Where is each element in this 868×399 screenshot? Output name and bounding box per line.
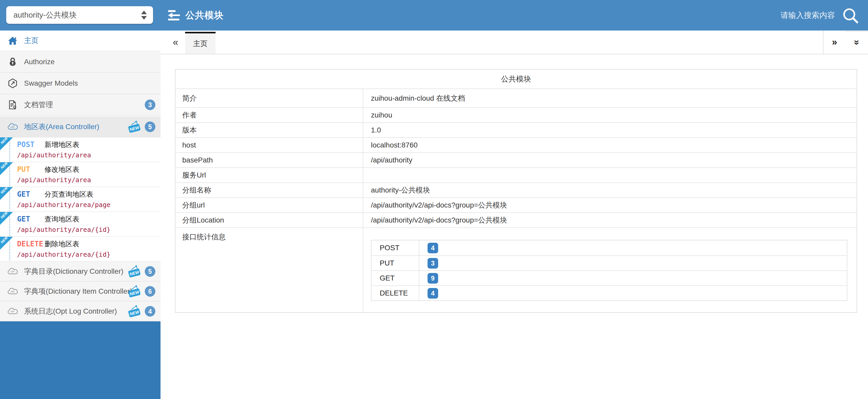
table-row: 服务Url [176, 167, 857, 182]
table-row: 版本 1.0 [176, 122, 857, 137]
table-title: 公共模块 [176, 69, 857, 88]
stat-count-badge: 4 [428, 243, 438, 253]
group-select-value: authority-公共模块 [13, 10, 141, 21]
stat-method: GET [371, 271, 419, 285]
endpoint-title: 修改地区表 [44, 165, 80, 174]
endpoint-put-update-area[interactable]: NEW PUT 修改地区表 /api/authority/area [0, 162, 160, 187]
new-tag-icon: NEW [127, 120, 142, 133]
sidebar: 主页 Authorize Swagger Models [0, 31, 160, 399]
controller-label: 地区表(Area Controller) [24, 122, 99, 132]
svg-text:API: API [10, 310, 14, 313]
app-header: authority-公共模块 公共模块 [0, 0, 868, 31]
stat-method: PUT [371, 256, 419, 270]
method-label: GET [17, 190, 44, 198]
cloud-api-icon: API [7, 306, 18, 316]
endpoint-list: NEW POST 新增地区表 /api/authority/area NEW P… [0, 137, 160, 262]
app-title: 公共模块 [185, 9, 224, 22]
tab-home[interactable]: 主页 [185, 32, 216, 54]
sidebar-item-label: Swagger Models [24, 79, 78, 87]
sidebar-controller-opt-log[interactable]: API 系统日志(Opt Log Controller) NEW 4 [0, 302, 160, 321]
table-row: 分组Location /api/authority/v2/api-docs?gr… [176, 212, 857, 227]
sidebar-controller-area[interactable]: API 地区表(Area Controller) NEW 5 [0, 116, 160, 137]
row-value: authority-公共模块 [363, 183, 857, 197]
row-value: /api/authority/v2/api-docs?group=公共模块 [363, 198, 857, 212]
endpoint-title: 查询地区表 [44, 215, 80, 224]
sidebar-filler [0, 321, 160, 399]
sidebar-item-home[interactable]: 主页 [0, 31, 160, 51]
brand: 公共模块 [167, 0, 224, 31]
search-area [726, 0, 859, 31]
table-row: 分组url /api/authority/v2/api-docs?group=公… [176, 197, 857, 212]
table-row: basePath /api/authority [176, 152, 857, 167]
new-ribbon-icon: NEW [0, 137, 13, 150]
stat-row-post: POST 4 [371, 240, 847, 255]
endpoint-get-area-by-id[interactable]: NEW GET 查询地区表 /api/authority/area/{id} [0, 212, 160, 237]
stat-count-badge: 9 [428, 273, 438, 284]
group-info-table: 公共模块 简介 zuihou-admin-cloud 在线文档 作者 zuiho… [175, 69, 857, 313]
count-badge: 5 [145, 122, 155, 132]
table-row: host localhost:8760 [176, 137, 857, 152]
expand-right-icon[interactable]: » [823, 31, 845, 54]
row-value: zuihou-admin-cloud 在线文档 [363, 89, 857, 107]
method-label: GET [17, 215, 44, 223]
cloud-api-icon: API [7, 122, 18, 132]
table-row: 作者 zuihou [176, 107, 857, 122]
endpoint-delete-area[interactable]: NEW DELETE 删除地区表 /api/authority/area/{id… [0, 237, 160, 262]
table-row: 分组名称 authority-公共模块 [176, 182, 857, 197]
endpoint-post-add-area[interactable]: NEW POST 新增地区表 /api/authority/area [0, 137, 160, 162]
count-badge: 3 [145, 99, 155, 110]
new-tag-icon: NEW [127, 285, 142, 298]
count-badge: 5 [145, 266, 155, 277]
sidebar-item-swagger-models[interactable]: Swagger Models [0, 73, 160, 94]
row-label: 服务Url [176, 168, 363, 182]
row-label: 版本 [176, 123, 363, 137]
controller-label: 字典项(Dictionary Item Controller) [24, 286, 132, 296]
stat-count-badge: 4 [428, 288, 438, 298]
row-label: 简介 [176, 89, 363, 107]
search-input[interactable] [726, 11, 835, 20]
stat-row-put: PUT 3 [371, 255, 847, 270]
method-label: DELETE [17, 239, 44, 248]
main-content: « 主页 » » 公共模块 简介 zuihou-admin-cloud 在线文档… [160, 31, 868, 399]
endpoint-path: /api/authority/area/page [17, 201, 160, 208]
table-row: 简介 zuihou-admin-cloud 在线文档 [176, 88, 857, 107]
sidebar-item-doc-manage[interactable]: 文档管理 3 [0, 94, 160, 116]
search-icon[interactable] [842, 7, 859, 24]
stat-method: POST [371, 240, 419, 255]
sidebar-item-label: Authorize [24, 58, 55, 66]
cloud-api-icon: API [7, 286, 18, 296]
hexagon-icon [7, 78, 18, 88]
padlock-icon [7, 57, 18, 67]
sidebar-item-authorize[interactable]: Authorize [0, 51, 160, 73]
svg-text:API: API [10, 270, 14, 273]
align-left-arrow-icon [167, 9, 181, 22]
sidebar-item-label: 主页 [24, 36, 38, 46]
row-value: localhost:8760 [363, 138, 857, 152]
endpoint-title: 新增地区表 [44, 140, 80, 149]
stat-row-delete: DELETE 4 [371, 285, 847, 301]
collapse-down-icon[interactable]: » [845, 31, 868, 54]
new-ribbon-icon: NEW [0, 237, 13, 250]
new-tag-icon: NEW [127, 305, 142, 318]
endpoint-path: /api/authority/area [17, 151, 160, 159]
sidebar-item-label: 文档管理 [24, 100, 53, 110]
method-label: PUT [17, 165, 44, 174]
new-ribbon-icon: NEW [0, 162, 13, 175]
api-stats-row: 接口统计信息 POST 4 PUT 3 GET 9 [176, 227, 857, 312]
sidebar-controller-dictionary[interactable]: API 字典目录(Dictionary Controller) NEW 5 [0, 262, 160, 282]
stat-count-badge: 3 [428, 258, 438, 268]
controller-label: 系统日志(Opt Log Controller) [24, 306, 117, 316]
group-select[interactable]: authority-公共模块 [6, 6, 153, 24]
endpoint-title: 分页查询地区表 [44, 190, 93, 199]
controller-label: 字典目录(Dictionary Controller) [24, 266, 123, 276]
svg-text:API: API [10, 290, 14, 293]
stat-method: DELETE [371, 286, 419, 301]
sidebar-controller-dictionary-item[interactable]: API 字典项(Dictionary Item Controller) NEW … [0, 282, 160, 302]
method-label: POST [17, 140, 44, 149]
collapse-left-icon[interactable]: « [168, 31, 183, 54]
endpoint-get-page-area[interactable]: NEW GET 分页查询地区表 /api/authority/area/page [0, 187, 160, 212]
row-label: 分组url [176, 198, 363, 212]
endpoint-path: /api/authority/area/{id} [17, 251, 160, 258]
row-label: 分组名称 [176, 183, 363, 197]
row-value: 1.0 [363, 123, 857, 137]
